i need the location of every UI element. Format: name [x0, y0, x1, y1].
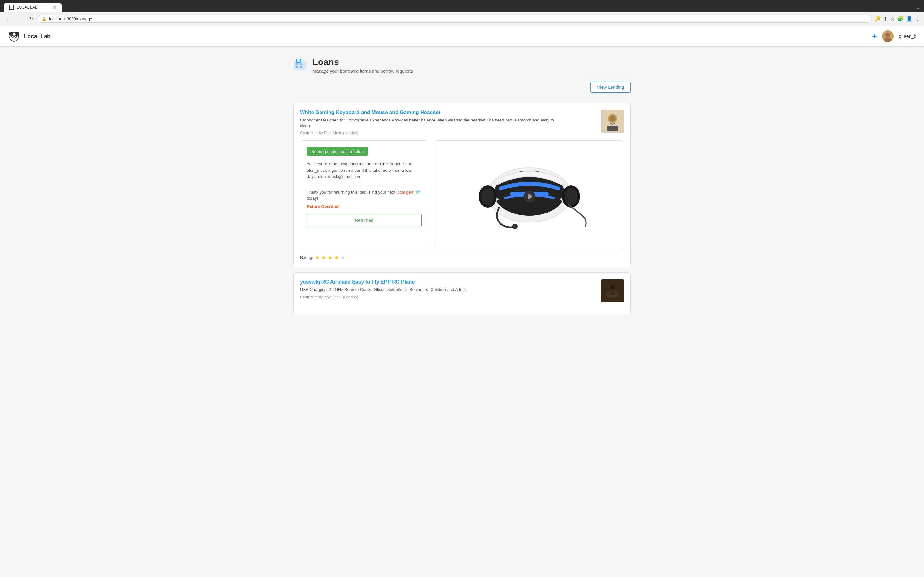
page-header: Loans Manage your borrowed items and bor…	[293, 57, 631, 74]
loan-1-description: Ergonomic Designed for Comfortable Exper…	[300, 117, 563, 129]
loan-2-contributor: Contribute by Arya Stark (London)	[300, 295, 467, 300]
forward-button[interactable]: →	[15, 15, 24, 23]
svg-rect-15	[296, 63, 298, 65]
today-text: today!	[307, 196, 318, 201]
svg-point-21	[609, 115, 615, 122]
return-thank-you-text: Thank you for returning this item. Find …	[307, 189, 422, 201]
address-bar[interactable]: 🔒 localhost:3000/manage	[37, 15, 872, 23]
rating-label: Rating:	[300, 255, 313, 260]
return-overdue-text: Return Overdue!	[307, 204, 422, 209]
active-tab[interactable]: L LOCAL LAB ✕	[4, 3, 61, 12]
tab-close-icon[interactable]: ✕	[53, 5, 57, 10]
app-logo-text: Local Lab	[24, 33, 51, 40]
loans-page-icon	[293, 57, 307, 74]
toolbar-icons: 🔑 ⬆ ☆ 🧩 👤 ⋮	[874, 16, 920, 22]
return-status-box: Return pending confirmation Your return …	[300, 140, 428, 250]
loan-card-2: yusvwkj RC Airplane Easy to Fly EPP RC P…	[293, 272, 631, 314]
gem-emoji: 💎	[415, 190, 421, 195]
svg-rect-32	[601, 279, 624, 302]
loan-card-2-header: yusvwkj RC Airplane Easy to Fly EPP RC P…	[300, 279, 624, 302]
refresh-button[interactable]: ↻	[27, 15, 35, 23]
svg-point-29	[565, 188, 577, 205]
svg-rect-16	[300, 63, 302, 65]
loan-1-thumbnail	[601, 110, 624, 133]
star-5: ★	[341, 255, 345, 261]
svg-point-27	[481, 188, 494, 205]
url-text: localhost:3000/manage	[49, 16, 867, 21]
local-gem-link[interactable]: local gem	[397, 190, 415, 195]
tab-favicon: L	[9, 5, 14, 10]
view-lending-button[interactable]: View Lending	[590, 82, 631, 93]
extensions-icon[interactable]: 🧩	[897, 16, 903, 22]
loan-2-thumbnail	[601, 279, 624, 302]
lock-icon: 🔒	[42, 17, 47, 21]
star-1: ★	[315, 255, 320, 261]
add-button[interactable]: +	[872, 31, 877, 41]
loan-card-1-body: Return pending confirmation Your return …	[300, 140, 624, 250]
browser-chrome: L LOCAL LAB ✕ + ⌄	[0, 0, 924, 12]
svg-point-33	[610, 285, 615, 290]
loan-card-1: White Gaming Keyboard and Mouse and Gami…	[293, 103, 631, 268]
header-right: + queen_b	[872, 31, 916, 42]
svg-rect-22	[607, 126, 618, 131]
return-divider	[307, 185, 422, 185]
svg-rect-18	[300, 66, 302, 68]
app-header: Local Lab + queen_b	[0, 26, 924, 47]
rating-row: Rating: ★ ★ ★ ★ ★	[300, 255, 624, 261]
star-3: ★	[328, 255, 333, 261]
loan-1-title: White Gaming Keyboard and Mouse and Gami…	[300, 110, 563, 115]
new-tab-button[interactable]: +	[63, 3, 71, 12]
loan-card-1-header: White Gaming Keyboard and Mouse and Gami…	[300, 110, 624, 135]
product-image-box	[435, 140, 624, 250]
browser-toolbar: ← → ↻ 🔒 localhost:3000/manage 🔑 ⬆ ☆ 🧩 👤 …	[0, 12, 924, 26]
back-button[interactable]: ←	[4, 15, 13, 23]
tab-title-text: LOCAL LAB	[17, 5, 37, 10]
svg-point-30	[512, 224, 517, 229]
loan-1-contributor: Contribute by Elon Musk (London)	[300, 131, 563, 135]
profile-icon[interactable]: 👤	[906, 16, 913, 22]
page-title-area: Loans Manage your borrowed items and bor…	[312, 57, 413, 74]
loan-card-1-info: White Gaming Keyboard and Mouse and Gami…	[300, 110, 563, 135]
user-avatar	[882, 31, 893, 42]
vr-headset-image	[468, 147, 590, 243]
tab-menu-icon[interactable]: ⌄	[916, 5, 920, 10]
svg-text:L: L	[11, 6, 13, 9]
app-logo: Local Lab	[8, 30, 51, 43]
return-pending-badge: Return pending confirmation	[307, 147, 368, 156]
svg-point-11	[885, 33, 890, 37]
share-icon[interactable]: ⬆	[883, 16, 887, 22]
key-icon: 🔑	[874, 16, 881, 22]
svg-point-7	[12, 35, 13, 37]
svg-point-8	[15, 35, 16, 37]
username-label: queen_b	[899, 34, 916, 39]
bookmark-icon[interactable]: ☆	[890, 16, 895, 22]
return-message-text: Your return is pending confirmation from…	[307, 161, 422, 180]
svg-rect-17	[296, 66, 298, 68]
page-subtitle: Manage your borrowed items and borrow re…	[312, 69, 413, 74]
main-content: Loans Manage your borrowed items and bor…	[286, 47, 638, 324]
loan-2-title: yusvwkj RC Airplane Easy to Fly EPP RC P…	[300, 279, 467, 285]
star-4: ★	[334, 255, 339, 261]
loan-2-description: USB Charging, 2.4GHz Remote Contro Glide…	[300, 287, 467, 293]
returned-button[interactable]: Returned	[307, 214, 422, 226]
panda-logo-icon	[8, 30, 21, 43]
page-title: Loans	[312, 57, 413, 67]
loan-card-2-info: yusvwkj RC Airplane Easy to Fly EPP RC P…	[300, 279, 467, 299]
menu-icon[interactable]: ⋮	[915, 16, 920, 22]
star-2: ★	[321, 255, 326, 261]
browser-tabs: L LOCAL LAB ✕ + ⌄	[4, 3, 920, 12]
